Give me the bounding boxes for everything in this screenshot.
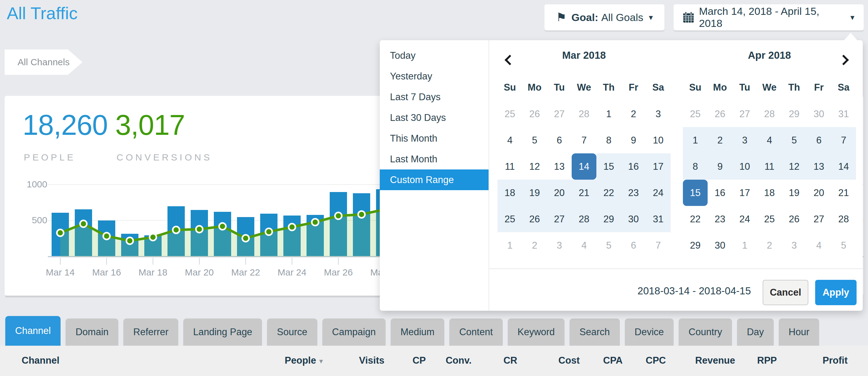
calendar-day[interactable]: 18 [497,180,522,206]
date-preset-today[interactable]: Today [380,45,489,66]
calendar-day[interactable]: 5 [831,232,856,259]
column-header-profit[interactable]: Profit [823,355,847,366]
calendar-day[interactable]: 3 [646,101,671,127]
calendar-day[interactable]: 30 [807,101,831,127]
calendar-day[interactable]: 9 [621,127,646,153]
column-header-conv[interactable]: Conv. [445,355,471,366]
bar-mar-18[interactable] [144,235,162,257]
column-header-cpa[interactable]: CPA [603,355,623,366]
tab-country[interactable]: Country [679,318,732,346]
bar-mar-17[interactable] [121,234,138,257]
tab-keyword[interactable]: Keyword [508,318,565,346]
tab-search[interactable]: Search [569,318,620,346]
calendar-day[interactable]: 28 [757,101,782,127]
calendar-day[interactable]: 10 [732,153,757,180]
calendar-day[interactable]: 9 [708,153,732,180]
bar-mar-26[interactable] [330,192,347,257]
calendar-day[interactable]: 16 [621,153,646,180]
calendar-day[interactable]: 25 [497,206,522,232]
calendar-day[interactable]: 4 [757,127,782,153]
calendar-day[interactable]: 25 [683,101,708,127]
bar-mar-21[interactable] [214,212,231,257]
date-preset-last-7-days[interactable]: Last 7 Days [380,87,489,107]
date-preset-custom-range[interactable]: Custom Range [380,169,489,190]
calendar-day[interactable]: 7 [831,127,856,153]
column-header-revenue[interactable]: Revenue [695,355,735,366]
bar-mar-25[interactable] [307,215,324,257]
breadcrumb[interactable]: All Channels [5,50,83,75]
calendar-day[interactable]: 20 [547,180,572,206]
calendar-day[interactable]: 28 [572,206,596,232]
bar-mar-22[interactable] [237,217,254,257]
calendar-day[interactable]: 25 [757,206,782,232]
goal-selector-button[interactable]: ⚑ Goal: All Goals ▾ [545,4,664,30]
calendar-day[interactable]: 6 [621,232,646,259]
bar-mar-20[interactable] [191,210,208,257]
tab-campaign[interactable]: Campaign [322,318,385,346]
calendar-day[interactable]: 2 [708,127,732,153]
calendar-day[interactable]: 13 [807,153,831,180]
calendar-day[interactable]: 8 [596,127,621,153]
calendar-day[interactable]: 28 [572,101,596,127]
column-header-rpp[interactable]: RPP [757,355,777,366]
column-header-cr[interactable]: CR [503,355,517,366]
calendar-day[interactable]: 23 [621,180,646,206]
cancel-button[interactable]: Cancel [763,280,808,305]
calendar-day[interactable]: 5 [782,127,807,153]
calendar-day[interactable]: 2 [621,101,646,127]
calendar-day[interactable]: 25 [497,101,522,127]
tab-source[interactable]: Source [267,318,317,346]
calendar-day[interactable]: 3 [547,232,572,259]
calendar-day[interactable]: 4 [807,232,831,259]
calendar-day[interactable]: 7 [572,127,596,153]
calendar-day[interactable]: 1 [497,232,522,259]
calendar-day[interactable]: 22 [683,206,708,232]
calendar-day[interactable]: 17 [646,153,671,180]
calendar-day[interactable]: 2 [522,232,547,259]
calendar-day[interactable]: 16 [708,180,732,206]
calendar-day[interactable]: 5 [596,232,621,259]
calendar-day[interactable]: 21 [831,180,856,206]
calendar-day[interactable]: 29 [596,206,621,232]
calendar-day[interactable]: 1 [596,101,621,127]
column-header-cpc[interactable]: CPC [646,355,666,366]
calendar-day[interactable]: 24 [732,206,757,232]
calendar-day[interactable]: 31 [646,206,671,232]
calendar-day[interactable]: 5 [522,127,547,153]
calendar-day[interactable]: 27 [547,206,572,232]
calendar-day[interactable]: 22 [596,180,621,206]
tab-medium[interactable]: Medium [391,318,444,346]
calendar-day[interactable]: 15 [596,153,621,180]
calendar-day[interactable]: 4 [572,232,596,259]
calendar-day[interactable]: 17 [732,180,757,206]
calendar-day[interactable]: 27 [807,206,831,232]
column-header-visits[interactable]: Visits [359,355,384,366]
date-preset-yesterday[interactable]: Yesterday [380,66,489,87]
date-range-button[interactable]: March 14, 2018 - April 15, 2018 ▾ [674,4,864,30]
calendar-day[interactable]: 29 [782,101,807,127]
calendar-day[interactable]: 18 [757,180,782,206]
calendar-day[interactable]: 26 [708,101,732,127]
tab-content[interactable]: Content [449,318,503,346]
calendar-day[interactable]: 31 [831,101,856,127]
calendar-day[interactable]: 6 [547,127,572,153]
calendar-day[interactable]: 6 [807,127,831,153]
calendar-day[interactable]: 19 [782,180,807,206]
calendar-day[interactable]: 11 [757,153,782,180]
bar-mar-19[interactable] [167,206,185,257]
calendar-day[interactable]: 23 [708,206,732,232]
column-header-people[interactable]: People▾ [285,355,323,366]
bar-mar-23[interactable] [260,214,278,257]
column-header-cp[interactable]: CP [412,355,426,366]
column-header-cost[interactable]: Cost [558,355,580,366]
calendar-day[interactable]: 20 [807,180,831,206]
calendar-day[interactable]: 12 [522,153,547,180]
calendar-day[interactable]: 29 [683,232,708,259]
calendar-day[interactable]: 30 [621,206,646,232]
calendar-day[interactable]: 7 [646,232,671,259]
bar-mar-27[interactable] [353,193,370,257]
calendar-day[interactable]: 2 [757,232,782,259]
date-preset-last-month[interactable]: Last Month [380,149,489,169]
calendar-day[interactable]: 21 [572,180,596,206]
bar-mar-16[interactable] [98,221,115,257]
